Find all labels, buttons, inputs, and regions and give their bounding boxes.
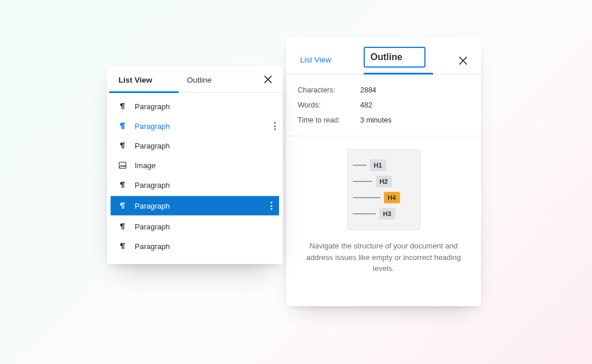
list-item[interactable]: Paragraph (107, 175, 283, 195)
image-icon (117, 160, 128, 170)
paragraph-icon (117, 241, 128, 251)
list-item[interactable]: Paragraph (107, 217, 283, 236)
outline-panel-tabs: List View Outline (286, 44, 481, 75)
list-item-label: Paragraph (135, 102, 170, 111)
list-item[interactable]: Paragraph (110, 196, 279, 216)
heading-tag: H1 (370, 159, 386, 171)
paragraph-icon (117, 140, 128, 151)
time-to-read-label: Time to read: (298, 116, 347, 124)
paragraph-icon (117, 200, 128, 211)
tab-list-view[interactable]: List View (298, 50, 334, 71)
list-item[interactable]: Paragraph (107, 136, 283, 155)
list-item[interactable]: Image (107, 155, 283, 175)
paragraph-icon (117, 121, 128, 131)
list-item-label: Paragraph (135, 222, 170, 231)
list-item[interactable]: Paragraph (107, 116, 283, 136)
heading-tag-highlighted: H4 (384, 192, 400, 203)
paragraph-icon (117, 180, 128, 190)
heading-tag: H3 (379, 208, 395, 220)
tab-outline[interactable]: Outline (177, 66, 221, 92)
outline-panel: List View Outline Characters: 2884 Words… (286, 38, 481, 306)
outline-help-text: Navigate the structure of your document … (286, 230, 481, 274)
characters-value: 2884 (360, 86, 376, 94)
list-item-label: Image (135, 161, 156, 170)
words-value: 482 (360, 101, 372, 109)
characters-label: Characters: (298, 86, 347, 94)
time-to-read-value: 3 minutes (360, 116, 391, 124)
document-stats: Characters: 2884 Words: 482 Time to read… (286, 75, 481, 136)
block-list: Paragraph Paragraph Paragraph Image Para… (107, 93, 283, 258)
more-options-icon[interactable] (274, 122, 276, 129)
list-view-panel: List View Outline Paragraph Paragraph Pa… (107, 66, 283, 264)
list-item-label: Paragraph (135, 122, 170, 131)
more-options-icon[interactable] (271, 202, 272, 209)
list-item-label: Paragraph (135, 202, 170, 210)
heading-tag: H2 (376, 176, 392, 187)
close-icon[interactable] (257, 69, 278, 90)
list-item-label: Paragraph (135, 181, 170, 190)
svg-rect-0 (119, 162, 126, 168)
list-view-tabs: List View Outline (107, 66, 283, 93)
list-item[interactable]: Paragraph (107, 236, 283, 256)
paragraph-icon (117, 221, 128, 232)
heading-map: H1 H2 H4 H3 (347, 149, 420, 230)
list-item-label: Paragraph (135, 142, 170, 150)
list-item-label: Paragraph (135, 242, 170, 251)
paragraph-icon (117, 101, 128, 112)
close-icon[interactable] (453, 51, 473, 70)
tab-outline[interactable]: Outline (364, 47, 426, 68)
words-label: Words: (298, 101, 347, 109)
list-item[interactable]: Paragraph (107, 96, 283, 116)
tab-list-view[interactable]: List View (109, 66, 161, 92)
